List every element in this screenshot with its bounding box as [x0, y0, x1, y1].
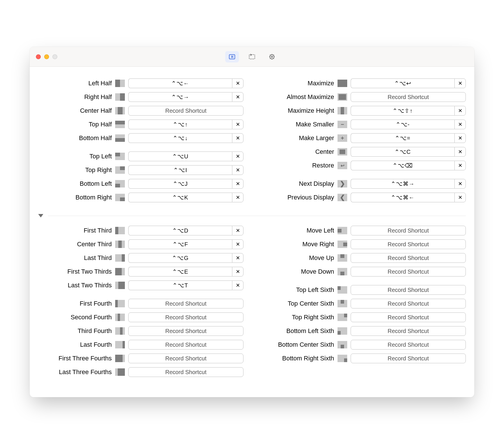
clear-shortcut-center[interactable]: ✕: [454, 147, 466, 157]
shortcut-display-bottom-left-sixth[interactable]: Record Shortcut: [351, 326, 466, 336]
shortcut-display-move-down[interactable]: Record Shortcut: [351, 267, 466, 277]
shortcut-display-first-third[interactable]: ⌃⌥D: [128, 226, 232, 235]
shortcut-field-center-half[interactable]: Record Shortcut: [128, 106, 243, 116]
shortcut-display-move-up[interactable]: Record Shortcut: [351, 253, 466, 263]
shortcut-display-center-third[interactable]: ⌃⌥F: [128, 239, 232, 249]
shortcut-display-next-display[interactable]: ⌃⌥⌘→: [351, 179, 454, 189]
section-toggle[interactable]: [38, 214, 466, 217]
clear-shortcut-first-two-thirds[interactable]: ✕: [232, 267, 243, 277]
shortcut-field-move-down[interactable]: Record Shortcut: [351, 267, 466, 277]
shortcut-field-top-right[interactable]: ⌃⌥I✕: [128, 165, 243, 175]
shortcut-display-top-right-sixth[interactable]: Record Shortcut: [351, 312, 466, 322]
clear-shortcut-center-third[interactable]: ✕: [232, 239, 243, 249]
shortcut-field-third-fourth[interactable]: Record Shortcut: [128, 326, 243, 336]
minimize-button[interactable]: [44, 54, 49, 59]
shortcut-display-top-left[interactable]: ⌃⌥U: [128, 152, 232, 161]
shortcut-field-move-right[interactable]: Record Shortcut: [351, 239, 466, 249]
clear-shortcut-top-right[interactable]: ✕: [232, 165, 243, 175]
shortcut-display-bottom-right-sixth[interactable]: Record Shortcut: [351, 354, 466, 363]
shortcut-field-bottom-left-sixth[interactable]: Record Shortcut: [351, 326, 466, 336]
shortcut-display-second-fourth[interactable]: Record Shortcut: [128, 312, 243, 322]
shortcut-field-top-center-sixth[interactable]: Record Shortcut: [351, 299, 466, 308]
clear-shortcut-bottom-half[interactable]: ✕: [232, 133, 243, 143]
shortcut-field-bottom-half[interactable]: ⌃⌥↓✕: [128, 133, 243, 143]
shortcut-display-restore[interactable]: ⌃⌥⌫: [351, 161, 454, 170]
shortcut-display-first-fourth[interactable]: Record Shortcut: [128, 299, 243, 308]
shortcut-display-center-half[interactable]: Record Shortcut: [128, 106, 243, 116]
clear-shortcut-first-third[interactable]: ✕: [232, 226, 243, 235]
shortcut-field-top-left-sixth[interactable]: Record Shortcut: [351, 285, 466, 295]
clear-shortcut-make-smaller[interactable]: ✕: [454, 120, 466, 129]
shortcut-field-right-half[interactable]: ⌃⌥→✕: [128, 92, 243, 102]
shortcut-display-first-three-fourths[interactable]: Record Shortcut: [128, 354, 243, 363]
shortcut-field-bottom-right[interactable]: ⌃⌥K✕: [128, 193, 243, 202]
shortcut-field-left-half[interactable]: ⌃⌥←✕: [128, 78, 243, 88]
shortcut-field-center-third[interactable]: ⌃⌥F✕: [128, 239, 243, 249]
shortcut-display-maximize-height[interactable]: ⌃⌥⇧↑: [351, 106, 454, 116]
shortcut-field-last-three-fourths[interactable]: Record Shortcut: [128, 367, 243, 377]
clear-shortcut-bottom-left[interactable]: ✕: [232, 179, 243, 189]
clear-shortcut-bottom-right[interactable]: ✕: [232, 193, 243, 202]
clear-shortcut-last-two-thirds[interactable]: ✕: [232, 280, 243, 290]
shortcut-field-top-right-sixth[interactable]: Record Shortcut: [351, 312, 466, 322]
shortcut-field-top-left[interactable]: ⌃⌥U✕: [128, 152, 243, 161]
clear-shortcut-left-half[interactable]: ✕: [232, 78, 243, 88]
shortcut-display-right-half[interactable]: ⌃⌥→: [128, 92, 232, 102]
tab-settings[interactable]: [265, 51, 279, 62]
shortcut-display-bottom-half[interactable]: ⌃⌥↓: [128, 133, 232, 143]
clear-shortcut-last-third[interactable]: ✕: [232, 253, 243, 263]
shortcut-field-second-fourth[interactable]: Record Shortcut: [128, 312, 243, 322]
shortcut-field-center[interactable]: ⌃⌥C✕: [351, 147, 466, 157]
shortcut-display-move-left[interactable]: Record Shortcut: [351, 226, 466, 235]
shortcut-field-bottom-left[interactable]: ⌃⌥J✕: [128, 179, 243, 189]
shortcut-field-move-up[interactable]: Record Shortcut: [351, 253, 466, 263]
shortcut-display-top-half[interactable]: ⌃⌥↑: [128, 120, 232, 129]
shortcut-display-make-smaller[interactable]: ⌃⌥-: [351, 120, 454, 129]
shortcut-field-last-third[interactable]: ⌃⌥G✕: [128, 253, 243, 263]
shortcut-field-first-three-fourths[interactable]: Record Shortcut: [128, 354, 243, 363]
shortcut-display-make-larger[interactable]: ⌃⌥=: [351, 133, 454, 143]
shortcut-field-first-two-thirds[interactable]: ⌃⌥E✕: [128, 267, 243, 277]
shortcut-display-top-center-sixth[interactable]: Record Shortcut: [351, 299, 466, 308]
shortcut-field-almost-maximize[interactable]: Record Shortcut: [351, 92, 466, 102]
clear-shortcut-maximize[interactable]: ✕: [454, 78, 466, 88]
shortcut-display-last-fourth[interactable]: Record Shortcut: [128, 340, 243, 350]
shortcut-display-top-left-sixth[interactable]: Record Shortcut: [351, 285, 466, 295]
shortcut-field-last-two-thirds[interactable]: ⌃⌥T✕: [128, 280, 243, 290]
shortcut-display-last-two-thirds[interactable]: ⌃⌥T: [128, 280, 232, 290]
zoom-button[interactable]: [52, 54, 57, 59]
shortcut-display-last-third[interactable]: ⌃⌥G: [128, 253, 232, 263]
clear-shortcut-maximize-height[interactable]: ✕: [454, 106, 466, 116]
shortcut-display-previous-display[interactable]: ⌃⌥⌘←: [351, 193, 454, 202]
shortcut-display-last-three-fourths[interactable]: Record Shortcut: [128, 367, 243, 377]
shortcut-field-maximize[interactable]: ⌃⌥↩✕: [351, 78, 466, 88]
close-button[interactable]: [36, 54, 41, 59]
shortcut-display-center[interactable]: ⌃⌥C: [351, 147, 454, 157]
shortcut-field-make-larger[interactable]: ⌃⌥=✕: [351, 133, 466, 143]
shortcut-field-next-display[interactable]: ⌃⌥⌘→✕: [351, 179, 466, 189]
clear-shortcut-right-half[interactable]: ✕: [232, 92, 243, 102]
tab-snapping[interactable]: [245, 51, 259, 62]
shortcut-display-left-half[interactable]: ⌃⌥←: [128, 78, 232, 88]
clear-shortcut-top-half[interactable]: ✕: [232, 120, 243, 129]
shortcut-display-almost-maximize[interactable]: Record Shortcut: [351, 92, 466, 102]
shortcut-field-bottom-right-sixth[interactable]: Record Shortcut: [351, 354, 466, 363]
shortcut-field-top-half[interactable]: ⌃⌥↑✕: [128, 120, 243, 129]
clear-shortcut-restore[interactable]: ✕: [454, 161, 466, 170]
shortcut-field-maximize-height[interactable]: ⌃⌥⇧↑✕: [351, 106, 466, 116]
shortcut-field-first-fourth[interactable]: Record Shortcut: [128, 299, 243, 308]
shortcut-display-bottom-center-sixth[interactable]: Record Shortcut: [351, 340, 466, 350]
clear-shortcut-next-display[interactable]: ✕: [454, 179, 466, 189]
shortcut-display-bottom-left[interactable]: ⌃⌥J: [128, 179, 232, 189]
shortcut-display-first-two-thirds[interactable]: ⌃⌥E: [128, 267, 232, 277]
shortcut-field-move-left[interactable]: Record Shortcut: [351, 226, 466, 235]
shortcut-field-make-smaller[interactable]: ⌃⌥-✕: [351, 120, 466, 129]
shortcut-field-bottom-center-sixth[interactable]: Record Shortcut: [351, 340, 466, 350]
shortcut-field-previous-display[interactable]: ⌃⌥⌘←✕: [351, 193, 466, 202]
shortcut-display-move-right[interactable]: Record Shortcut: [351, 239, 466, 249]
shortcut-display-top-right[interactable]: ⌃⌥I: [128, 165, 232, 175]
clear-shortcut-make-larger[interactable]: ✕: [454, 133, 466, 143]
clear-shortcut-top-left[interactable]: ✕: [232, 152, 243, 161]
clear-shortcut-previous-display[interactable]: ✕: [454, 193, 466, 202]
shortcut-display-maximize[interactable]: ⌃⌥↩: [351, 78, 454, 88]
